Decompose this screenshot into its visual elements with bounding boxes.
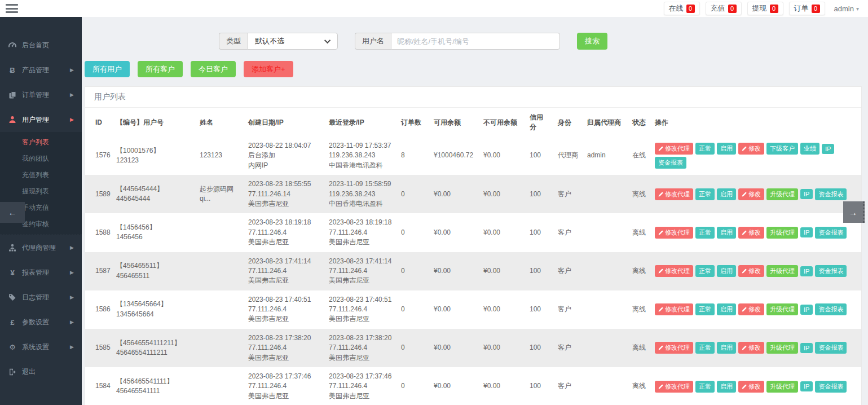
action-normal-button[interactable]: 正常 (695, 342, 715, 354)
action-ip-button[interactable]: IP (800, 343, 813, 353)
today-clients-button[interactable]: 今日客户 (191, 61, 236, 77)
sidebar-item-label: 日志管理 (22, 293, 70, 302)
action-normal-button[interactable]: 正常 (695, 227, 715, 239)
action-enable-button[interactable]: 启用 (717, 227, 736, 239)
stat-online[interactable]: 在线 0 (664, 2, 700, 15)
row-status: 离线 (628, 252, 650, 290)
col-id: ID (85, 108, 112, 137)
action-report-button[interactable]: 资金报表 (655, 157, 686, 169)
submenu-item-my-team[interactable]: 我的团队 (0, 151, 82, 167)
action-edit-button[interactable]: 修改 (738, 381, 764, 393)
action-enable-button[interactable]: 启用 (717, 265, 736, 277)
action-upgrade-agent-button[interactable]: 升级代理 (766, 381, 798, 393)
sidebar-item-orders[interactable]: 订单管理 ▶ (0, 82, 82, 107)
cell-line: 美国弗吉尼亚 (329, 237, 392, 247)
action-report-button[interactable]: 资金报表 (815, 265, 847, 277)
row-agent (583, 367, 628, 405)
action-performance-button[interactable]: 业绩 (800, 143, 819, 155)
type-select[interactable]: 默认不选 (248, 33, 338, 50)
action-enable-button[interactable]: 启用 (717, 303, 736, 315)
submenu-item-withdraw-list[interactable]: 提现列表 (0, 183, 82, 200)
sidebar-item-reports[interactable]: ¥ 报表管理 ▶ (0, 260, 82, 285)
action-edit-agent-button[interactable]: 修改代理 (655, 143, 693, 155)
row-available-balance: ¥0.00 (429, 213, 479, 252)
row-role: 客户 (553, 290, 583, 329)
action-edit-button[interactable]: 修改 (738, 188, 764, 200)
cell-line: 77.111.246.4 (248, 343, 320, 353)
row-role: 代理商 (553, 137, 583, 175)
action-edit-agent-button[interactable]: 修改代理 (655, 188, 693, 200)
row-available-balance: ¥0.00 (429, 290, 479, 329)
action-ip-button[interactable]: IP (800, 305, 813, 315)
action-report-button[interactable]: 资金报表 (815, 227, 847, 239)
action-normal-button[interactable]: 正常 (695, 265, 715, 277)
admin-username: admin (834, 5, 854, 13)
row-login-ip: 2023-08-23 17:38:2077.111.246.4美国弗吉尼亚 (324, 329, 396, 367)
sidebar-item-users[interactable]: 用户管理 ▶ (0, 107, 82, 132)
row-name: 起步源码网qi... (195, 175, 244, 213)
action-report-button[interactable]: 资金报表 (815, 303, 847, 315)
add-client-button[interactable]: 添加客户+ (244, 61, 293, 77)
action-ip-button[interactable]: IP (800, 189, 813, 199)
admin-dropdown[interactable]: admin ▾ (831, 3, 862, 14)
row-credit-score: 100 (525, 252, 553, 290)
all-clients-button[interactable]: 所有客户 (138, 61, 183, 77)
action-ip-button[interactable]: IP (800, 381, 813, 391)
action-ip-button[interactable]: IP (800, 266, 813, 276)
action-report-button[interactable]: 资金报表 (815, 342, 847, 354)
action-edit-button[interactable]: 修改 (738, 227, 764, 239)
row-status: 离线 (628, 213, 650, 252)
action-edit-button[interactable]: 修改 (738, 265, 764, 277)
action-edit-agent-button[interactable]: 修改代理 (655, 265, 693, 277)
action-upgrade-agent-button[interactable]: 升级代理 (766, 227, 798, 239)
all-users-button[interactable]: 所有用户 (85, 61, 130, 77)
row-status: 离线 (628, 329, 650, 367)
sidebar-item-dashboard[interactable]: 后台首页 (0, 33, 82, 58)
action-upgrade-agent-button[interactable]: 升级代理 (766, 342, 798, 354)
action-enable-button[interactable]: 启用 (717, 342, 736, 354)
cell-line: 【445645444】 (116, 184, 191, 194)
action-report-button[interactable]: 资金报表 (815, 188, 847, 200)
action-upgrade-agent-button[interactable]: 升级代理 (766, 265, 798, 277)
action-sub-clients-button[interactable]: 下级客户 (766, 143, 798, 155)
stat-recharge[interactable]: 充值 0 (706, 2, 742, 15)
action-normal-button[interactable]: 正常 (695, 381, 715, 393)
sidebar-item-logs[interactable]: 日志管理 ▶ (0, 285, 82, 310)
action-edit-agent-button[interactable]: 修改代理 (655, 303, 693, 315)
action-normal-button[interactable]: 正常 (695, 303, 715, 315)
sidebar-item-agents[interactable]: 代理商管理 ▶ (0, 235, 82, 260)
sidebar-item-logout[interactable]: 退出 (0, 359, 82, 384)
action-normal-button[interactable]: 正常 (695, 188, 715, 200)
stat-orders[interactable]: 订单 0 (789, 2, 825, 15)
sidebar-item-products[interactable]: Ƀ 产品管理 ▶ (0, 58, 82, 82)
search-button[interactable]: 搜索 (577, 33, 607, 50)
sidebar-item-label: 参数设置 (22, 318, 70, 327)
action-enable-button[interactable]: 启用 (717, 381, 736, 393)
stat-withdraw[interactable]: 提现 0 (747, 2, 783, 15)
action-upgrade-agent-button[interactable]: 升级代理 (766, 303, 798, 315)
hamburger-menu-icon[interactable] (6, 4, 18, 13)
action-ip-button[interactable]: IP (800, 227, 813, 237)
action-ip-button[interactable]: IP (822, 144, 834, 154)
action-upgrade-agent-button[interactable]: 升级代理 (766, 188, 798, 200)
action-edit-button[interactable]: 修改 (738, 143, 764, 155)
row-available-balance: ¥1000460.72 (429, 137, 479, 175)
panel-expand-handle[interactable]: → (843, 201, 865, 223)
cell-line: 1345645664 (116, 310, 191, 319)
action-normal-button[interactable]: 正常 (695, 143, 715, 155)
action-edit-agent-button[interactable]: 修改代理 (655, 381, 693, 393)
action-report-button[interactable]: 资金报表 (815, 381, 847, 393)
action-enable-button[interactable]: 启用 (717, 188, 736, 200)
username-input[interactable] (391, 33, 560, 50)
sidebar-item-params[interactable]: £ 参数设置 ▶ (0, 310, 82, 334)
action-enable-button[interactable]: 启用 (717, 143, 736, 155)
action-edit-button[interactable]: 修改 (738, 303, 764, 315)
row-credit-score: 100 (525, 367, 553, 405)
action-edit-button[interactable]: 修改 (738, 342, 764, 354)
submenu-item-client-list[interactable]: 客户列表 (0, 134, 82, 151)
action-edit-agent-button[interactable]: 修改代理 (655, 227, 693, 239)
action-edit-agent-button[interactable]: 修改代理 (655, 342, 693, 354)
submenu-item-recharge-list[interactable]: 充值列表 (0, 167, 82, 183)
sidebar-item-system[interactable]: ⚙ 系统设置 ▶ (0, 334, 82, 359)
sidebar-collapse-handle[interactable]: ← (0, 202, 25, 223)
